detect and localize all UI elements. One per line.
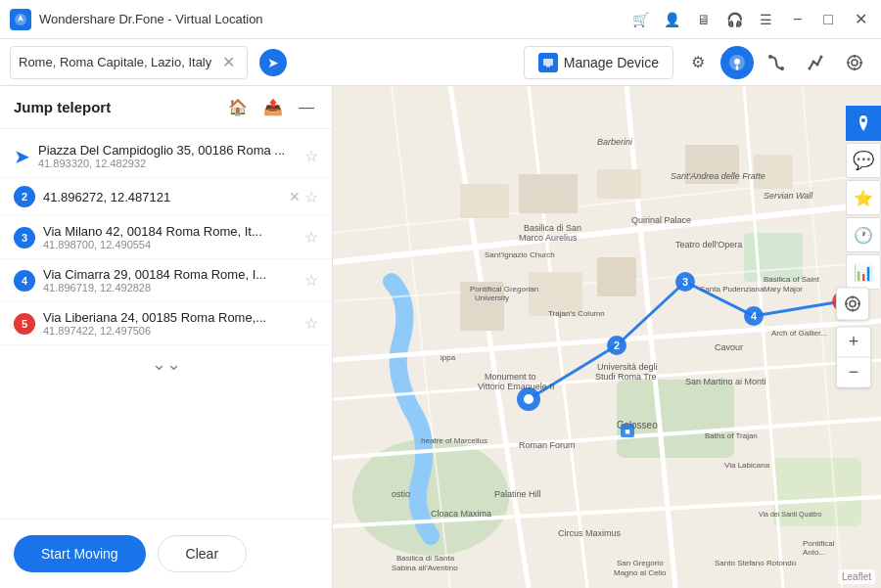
location-name: Via Liberiana 24, 00185 Roma Rome,... — [43, 310, 297, 325]
expand-more-button[interactable]: ⌄⌄ — [0, 345, 332, 383]
svg-text:Vittorio Emanuele II: Vittorio Emanuele II — [478, 382, 554, 391]
svg-line-29 — [333, 262, 881, 301]
zoom-in-button[interactable]: + — [837, 327, 870, 356]
sidebar-export-button[interactable]: 📤 — [259, 96, 287, 118]
zoom-out-button[interactable]: − — [837, 357, 870, 386]
svg-line-31 — [392, 86, 450, 588]
svg-rect-21 — [744, 233, 803, 282]
clock-button[interactable]: 🕐 — [846, 217, 881, 252]
location-name: Via Milano 42, 00184 Roma Rome, It... — [43, 224, 297, 239]
svg-text:Palatine Hill: Palatine Hill — [494, 489, 541, 499]
manage-device-icon — [538, 53, 558, 72]
chevron-down-icon: ⌄ — [152, 354, 166, 374]
svg-text:San Gregorio: San Gregorio — [617, 559, 664, 567]
svg-point-94 — [861, 118, 865, 122]
location-arrow-icon: ➤ — [14, 145, 30, 168]
discord-button[interactable]: 💬 — [846, 143, 881, 178]
favorite-icon[interactable]: ☆ — [304, 314, 318, 333]
list-item[interactable]: ➤ Piazza Del Campidoglio 35, 00186 Roma … — [0, 135, 332, 178]
sidebar-title: Jump teleport — [14, 99, 224, 115]
svg-line-23 — [333, 321, 881, 360]
search-input[interactable]: Rome, Roma Capitale, Lazio, Italy — [19, 55, 218, 69]
display-icon[interactable]: 🖥 — [695, 11, 713, 28]
favorite-icon[interactable]: ☆ — [304, 271, 318, 290]
svg-line-28 — [333, 174, 881, 233]
user-icon[interactable]: 👤 — [664, 11, 681, 28]
location-info: Piazza Del Campidoglio 35, 00186 Roma ..… — [38, 143, 297, 169]
leaflet-badge: Leaflet — [838, 569, 875, 584]
map-target-button[interactable] — [836, 287, 869, 320]
remove-icon[interactable]: ✕ — [289, 189, 301, 204]
svg-point-12 — [852, 60, 858, 66]
svg-line-27 — [333, 497, 881, 526]
svg-rect-37 — [597, 169, 641, 199]
svg-text:Trajan's Column: Trajan's Column — [548, 309, 605, 318]
map-right-toolbar: + − — [836, 287, 871, 387]
maps-ext-button[interactable] — [846, 106, 881, 141]
svg-text:Basilica di Santa: Basilica di Santa — [396, 554, 455, 563]
location-number-icon: 3 — [14, 227, 35, 249]
location-number-icon: 2 — [14, 186, 35, 207]
list-item[interactable]: 3 Via Milano 42, 00184 Roma Rome, It... … — [0, 216, 332, 259]
cart-icon[interactable]: 🛒 — [632, 11, 650, 28]
svg-point-9 — [816, 63, 819, 66]
svg-rect-35 — [460, 184, 509, 218]
svg-text:Anto...: Anto... — [803, 548, 825, 557]
svg-point-43 — [517, 387, 540, 411]
favorite-icon[interactable]: ☆ — [304, 147, 318, 165]
sidebar-home-button[interactable]: 🏠 — [224, 96, 252, 118]
list-item[interactable]: 4 Via Cimarra 29, 00184 Roma Rome, I... … — [0, 259, 332, 302]
svg-point-95 — [846, 296, 859, 310]
favorite-icon[interactable]: ☆ — [304, 188, 318, 206]
svg-text:Pontifical Gregorian: Pontifical Gregorian — [470, 285, 538, 294]
target-button[interactable] — [838, 46, 871, 79]
route-button[interactable] — [760, 46, 793, 79]
svg-text:heatre of Marcellus: heatre of Marcellus — [421, 436, 487, 445]
location-button[interactable] — [720, 46, 754, 79]
svg-text:University: University — [475, 294, 509, 302]
svg-line-24 — [450, 86, 529, 588]
title-bar: Wondershare Dr.Fone - Virtual Location 🛒… — [0, 0, 881, 39]
svg-rect-42 — [597, 257, 636, 296]
svg-point-5 — [768, 55, 772, 59]
minimize-button[interactable]: − — [789, 11, 806, 28]
clear-button[interactable]: Clear — [158, 535, 247, 572]
list-item[interactable]: 2 41.896272, 12.487121 ✕ ☆ — [0, 178, 332, 216]
location-number-icon: 5 — [14, 313, 35, 335]
manage-device-button[interactable]: Manage Device — [524, 46, 673, 79]
location-info: 41.896272, 12.487121 — [43, 190, 281, 204]
sidebar-collapse-button[interactable]: — — [295, 97, 318, 118]
menu-icon[interactable]: ☰ — [758, 11, 775, 28]
svg-text:Mary Major: Mary Major — [764, 285, 803, 294]
svg-text:Teatro dell'Opera: Teatro dell'Opera — [675, 240, 742, 249]
favorite-icon[interactable]: ☆ — [304, 228, 318, 247]
sidebar-footer: Start Moving Clear — [0, 519, 332, 588]
svg-text:3: 3 — [682, 276, 688, 288]
headset-icon[interactable]: 🎧 — [726, 11, 744, 28]
chart-button[interactable]: 📊 — [846, 254, 881, 290]
svg-rect-92 — [621, 424, 634, 437]
search-go-button[interactable]: ➤ — [259, 49, 287, 76]
settings-button[interactable]: ⚙ — [681, 46, 715, 79]
location-actions: ✕ ☆ — [289, 188, 318, 206]
list-item[interactable]: 5 Via Liberiana 24, 00185 Roma Rome,... … — [0, 302, 332, 345]
map-container[interactable]: 2 3 4 5 Sant'Andrea delle Fratte Barberi… — [333, 86, 881, 588]
svg-text:Barberini: Barberini — [597, 137, 633, 147]
path-button[interactable] — [799, 46, 832, 79]
location-name: Piazza Del Campidoglio 35, 00186 Roma ..… — [38, 143, 297, 158]
svg-text:Monument to: Monument to — [485, 372, 536, 382]
svg-line-22 — [333, 204, 881, 262]
close-button[interactable]: ✕ — [851, 10, 871, 28]
svg-rect-39 — [754, 155, 793, 189]
svg-text:Studi Roma Tre: Studi Roma Tre — [595, 372, 657, 382]
svg-rect-38 — [685, 145, 739, 184]
app-logo — [10, 9, 31, 30]
svg-point-11 — [848, 56, 861, 69]
maximize-button[interactable]: □ — [819, 11, 837, 28]
star-ext-button[interactable]: ⭐ — [846, 180, 881, 215]
start-moving-button[interactable]: Start Moving — [14, 535, 146, 572]
svg-text:Sabina all'Aventino: Sabina all'Aventino — [392, 564, 458, 572]
location-name: Via Cimarra 29, 00184 Roma Rome, I... — [43, 267, 297, 282]
title-bar-icons: 🛒 👤 🖥 🎧 ☰ − □ ✕ — [632, 10, 871, 28]
search-clear-icon[interactable]: ✕ — [218, 53, 239, 71]
